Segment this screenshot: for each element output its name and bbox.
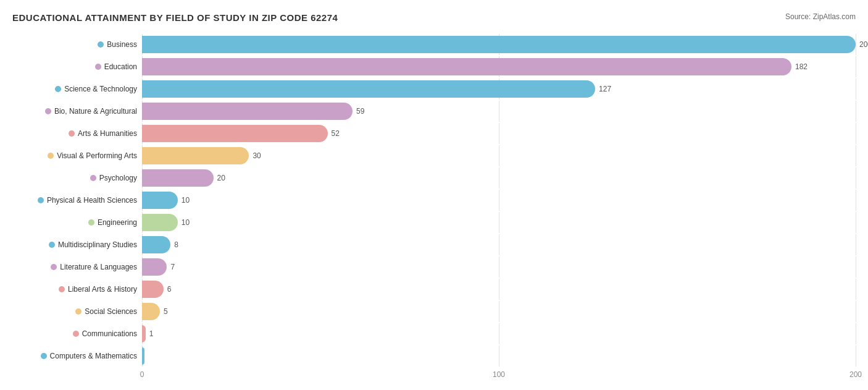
bar-row: Education182: [12, 56, 856, 77]
bar-fill: 6: [142, 281, 164, 298]
bars-container: Business200Education182Science & Technol…: [12, 34, 856, 368]
bar-value-label: 5: [164, 307, 168, 316]
bar-label: Arts & Humanities: [12, 129, 142, 138]
bar-fill: [142, 347, 144, 365]
bar-value-label: 200: [859, 40, 868, 49]
bar-label: Physical & Health Sciences: [12, 196, 142, 205]
label-text: Engineering: [98, 218, 137, 227]
bar-label: Engineering: [12, 218, 142, 227]
bar-row: Psychology20: [12, 167, 856, 189]
bar-track: 20: [142, 167, 856, 189]
bar-fill: 1: [142, 325, 146, 342]
bar-track: 52: [142, 123, 856, 144]
label-dot: [51, 264, 57, 270]
bar-fill: 20: [142, 169, 214, 187]
bar-row: Communications1: [12, 323, 856, 344]
bar-label: Education: [12, 62, 142, 71]
bar-row: Arts & Humanities52: [12, 123, 856, 144]
bar-value-label: 59: [356, 107, 364, 116]
x-axis-row: 0100200: [12, 370, 856, 383]
bar-track: 8: [142, 234, 856, 255]
bar-label: Literature & Languages: [12, 263, 142, 271]
bar-row: Visual & Performing Arts30: [12, 145, 856, 166]
label-text: Physical & Health Sciences: [47, 196, 137, 205]
gridline: [856, 56, 856, 77]
bar-value-label: 10: [182, 218, 190, 227]
label-dot: [75, 308, 81, 315]
bar-fill: 59: [142, 103, 353, 120]
gridline: [856, 234, 856, 255]
gridline: [856, 145, 856, 166]
x-axis-label: 0: [140, 370, 144, 379]
bar-label: Bio, Nature & Agricultural: [12, 107, 142, 116]
gridline: [499, 279, 499, 300]
bar-label: Liberal Arts & History: [12, 285, 142, 294]
x-axis-label: 200: [849, 370, 862, 379]
label-text: Arts & Humanities: [78, 129, 137, 138]
bar-label: Multidisciplinary Studies: [12, 240, 142, 249]
gridline: [856, 345, 856, 367]
label-text: Computers & Mathematics: [50, 352, 137, 360]
gridline: [856, 34, 856, 55]
bar-track: 10: [142, 212, 856, 233]
bar-track: 127: [142, 78, 856, 100]
bar-track: 6: [142, 279, 856, 300]
gridline: [499, 167, 499, 189]
bar-row: Bio, Nature & Agricultural59: [12, 101, 856, 122]
x-axis-labels: 0100200: [142, 370, 856, 383]
label-dot: [45, 108, 51, 114]
chart-source: Source: ZipAtlas.com: [785, 12, 856, 21]
gridline: [856, 190, 856, 211]
bar-label: Computers & Mathematics: [12, 352, 142, 360]
gridline: [499, 190, 499, 211]
bar-row: Science & Technology127: [12, 78, 856, 100]
label-dot: [48, 153, 54, 159]
gridline: [856, 256, 856, 278]
bar-fill: 10: [142, 214, 178, 231]
bar-value-label: 8: [174, 240, 178, 249]
gridline: [856, 279, 856, 300]
bar-fill: 127: [142, 80, 595, 98]
label-dot: [73, 331, 79, 337]
bar-value-label: 52: [332, 129, 340, 138]
bar-fill: 5: [142, 303, 160, 320]
bar-value-label: 7: [170, 263, 175, 271]
bar-value-label: 1: [149, 329, 154, 338]
label-dot: [59, 286, 65, 292]
gridline: [856, 301, 856, 322]
bar-row: Liberal Arts & History6: [12, 279, 856, 300]
bar-fill: 200: [142, 36, 856, 53]
label-text: Liberal Arts & History: [68, 285, 137, 294]
label-text: Multidisciplinary Studies: [58, 240, 137, 249]
label-dot: [98, 41, 104, 48]
bar-row: Multidisciplinary Studies8: [12, 234, 856, 255]
label-dot: [38, 197, 44, 203]
gridline: [856, 323, 856, 344]
label-dot: [90, 175, 96, 181]
bar-track: 200: [142, 34, 856, 55]
bar-fill: 52: [142, 125, 328, 142]
bar-fill: 7: [142, 258, 167, 276]
bar-value-label: 182: [795, 62, 807, 71]
gridline: [499, 323, 499, 344]
label-text: Visual & Performing Arts: [57, 151, 137, 160]
bar-fill: 10: [142, 192, 178, 209]
bar-label: Social Sciences: [12, 307, 142, 316]
label-text: Social Sciences: [85, 307, 137, 316]
label-text: Psychology: [99, 174, 137, 182]
bar-label: Psychology: [12, 174, 142, 182]
bar-label: Visual & Performing Arts: [12, 151, 142, 160]
label-text: Literature & Languages: [60, 263, 137, 271]
label-dot: [41, 353, 47, 359]
gridline: [499, 145, 499, 166]
gridline: [499, 212, 499, 233]
bar-track: 5: [142, 301, 856, 322]
label-text: Science & Technology: [64, 85, 137, 93]
bar-row: Physical & Health Sciences10: [12, 190, 856, 211]
bar-track: 10: [142, 190, 856, 211]
bar-value-label: 30: [252, 151, 261, 160]
bar-label: Business: [12, 40, 142, 49]
label-text: Business: [107, 40, 137, 49]
gridline: [856, 78, 856, 100]
chart-title: EDUCATIONAL ATTAINMENT BY FIELD OF STUDY…: [12, 12, 338, 23]
